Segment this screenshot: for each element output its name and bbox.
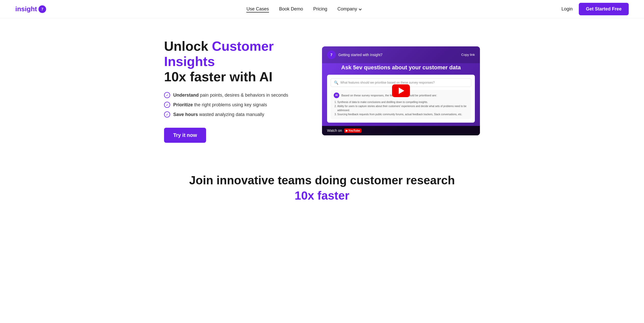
watch-label: Watch on (327, 128, 342, 133)
nav-item-company[interactable]: Company (338, 6, 361, 12)
answer-list: Synthesis of data to make conclusions an… (334, 100, 468, 117)
feature-item-save: ✓ Save hours wasted analyzing data manua… (164, 111, 307, 118)
answer-item-3: Sourcing feedback requests from public c… (337, 112, 468, 117)
feature-text-prioritize: Prioritize the right problems using key … (173, 102, 267, 108)
logo-icon: 7 (38, 5, 46, 13)
answer-item-2: Ability for users to capture stories abo… (337, 104, 468, 112)
nav-link-company[interactable]: Company (338, 6, 361, 12)
feature-rest-understand: pain points, desires & behaviors in seco… (199, 93, 288, 98)
nav-links: Use Cases Book Demo Pricing Company (246, 6, 361, 12)
feature-bold-understand: Understand (173, 93, 199, 98)
hero-left: Unlock Customer Insights 10x faster with… (164, 39, 307, 143)
video-container[interactable]: 7 Getting started with Insight7 Copy lin… (322, 46, 480, 135)
nav-item-pricing[interactable]: Pricing (313, 6, 327, 12)
search-placeholder-text: What features should we prioritise based… (340, 81, 435, 84)
feature-rest-save: wasted analyzing data manually (198, 112, 264, 117)
bottom-section: Join innovative teams doing customer res… (0, 158, 644, 212)
feature-rest-prioritize: the right problems using key signals (193, 102, 267, 107)
hero-title-suffix: 10x faster with AI (164, 69, 273, 84)
copy-link[interactable]: Copy link (461, 53, 475, 57)
navbar: insight 7 Use Cases Book Demo Pricing Co… (0, 0, 644, 18)
bottom-title: Join innovative teams doing customer res… (10, 173, 634, 187)
feature-item-prioritize: ✓ Prioritize the right problems using ke… (164, 102, 307, 108)
video-header: 7 Getting started with Insight7 Copy lin… (322, 46, 480, 63)
channel-icon: 7 (327, 50, 336, 59)
nav-item-book-demo[interactable]: Book Demo (279, 6, 303, 12)
chevron-down-icon (359, 7, 361, 10)
feature-text-save: Save hours wasted analyzing data manuall… (173, 112, 264, 117)
check-icon-save: ✓ (164, 111, 170, 118)
hero-title: Unlock Customer Insights 10x faster with… (164, 39, 307, 84)
hero-right: 7 Getting started with Insight7 Copy lin… (322, 46, 480, 135)
logo[interactable]: insight 7 (15, 5, 46, 13)
nav-link-pricing[interactable]: Pricing (313, 6, 327, 11)
search-icon: 🔍 (334, 81, 338, 85)
play-button[interactable] (392, 84, 410, 97)
answer-avatar: AI (334, 93, 339, 98)
nav-right: Login Get Started Free (561, 3, 629, 15)
video-mock-ui: 🔍 What features should we prioritise bas… (327, 75, 475, 123)
video-title: Getting started with Insight7 (338, 53, 383, 57)
video-overlay-text: Ask 5ev questions about your customer da… (322, 64, 480, 71)
check-icon-prioritize: ✓ (164, 102, 170, 108)
answer-item-1: Synthesis of data to make conclusions an… (337, 100, 468, 104)
bottom-subtitle: 10x faster (10, 189, 634, 202)
yt-label: YouTube (348, 129, 360, 132)
nav-item-use-cases[interactable]: Use Cases (246, 6, 269, 12)
play-icon (399, 87, 404, 94)
feature-bold-prioritize: Prioritize (173, 102, 193, 107)
nav-link-use-cases[interactable]: Use Cases (246, 6, 269, 12)
answer-intro: Based on these survey responses, the fea… (341, 94, 437, 97)
watch-on-youtube: Watch on ▶ YouTube (322, 126, 480, 135)
get-started-button[interactable]: Get Started Free (579, 3, 629, 15)
hero-section: Unlock Customer Insights 10x faster with… (144, 18, 500, 158)
try-now-button[interactable]: Try it now (164, 128, 206, 143)
youtube-logo: ▶ YouTube (344, 128, 361, 133)
check-icon-understand: ✓ (164, 92, 170, 98)
login-link[interactable]: Login (561, 6, 573, 12)
nav-link-book-demo[interactable]: Book Demo (279, 6, 303, 11)
hero-features: ✓ Understand pain points, desires & beha… (164, 92, 307, 118)
hero-title-prefix: Unlock (164, 39, 212, 54)
feature-text-understand: Understand pain points, desires & behavi… (173, 93, 288, 98)
feature-item-understand: ✓ Understand pain points, desires & beha… (164, 92, 307, 98)
logo-text: insight (15, 5, 37, 13)
yt-play-icon: ▶ (346, 129, 348, 132)
video-header-left: 7 Getting started with Insight7 (327, 50, 383, 59)
feature-bold-save: Save hours (173, 112, 198, 117)
